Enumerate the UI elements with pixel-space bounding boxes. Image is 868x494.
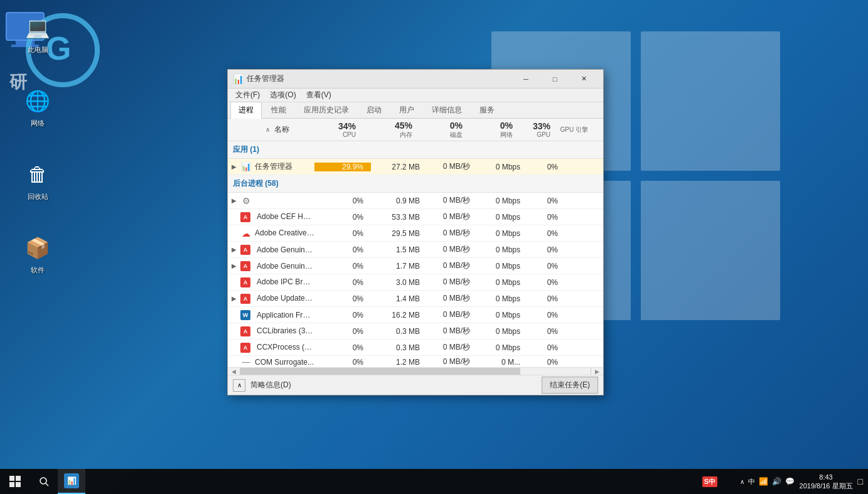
taskbar-item-task-manager[interactable]: 📊 [58, 469, 85, 494]
network-tray-icon[interactable]: 📶 [759, 477, 768, 486]
column-headers: ∧ 名称 34% CPU 45% 内存 0% 磁盘 0% 网络 [228, 119, 603, 141]
maximize-button[interactable]: □ [540, 70, 569, 89]
recycle-bin-label: 回收站 [28, 192, 48, 201]
process-disk: 0 MB/秒 [427, 309, 478, 320]
process-disk: 0 MB/秒 [427, 244, 478, 255]
expand-icon[interactable]: ▶ [228, 295, 240, 302]
table-row[interactable]: A CCLibraries (32 位) 0% 0.3 MB 0 MB/秒 0 … [228, 323, 603, 340]
volume-tray-icon[interactable]: 🔊 [772, 477, 781, 486]
software-icon: 📦 [23, 233, 53, 263]
process-name: Adobe Creative Cloud (32 位) [255, 228, 314, 239]
process-disk: 0 MB/秒 [427, 357, 478, 367]
taskbar-task-manager-icon: 📊 [64, 473, 79, 488]
process-gpu: 0% [528, 278, 565, 287]
process-cpu: 0% [314, 262, 371, 271]
col-gpu-header[interactable]: 33% GPU [520, 121, 558, 138]
tabbar: 进程 性能 应用历史记录 启动 用户 详细信息 服务 [228, 102, 603, 119]
process-icon: A [240, 261, 250, 271]
scroll-right-btn[interactable]: ▶ [591, 368, 603, 375]
table-row[interactable]: ▶ A Adobe Genuine Software Inte... 0% 1.… [228, 242, 603, 258]
process-gpu: 0% [528, 163, 565, 171]
start-button[interactable] [0, 469, 30, 494]
process-gpu: 0% [528, 358, 565, 367]
desktop-icon-software[interactable]: 📦 软件 [13, 233, 63, 275]
sogou-icon: S中 [702, 476, 717, 487]
process-gpu: 0% [528, 311, 565, 319]
process-mem: 1.7 MB [371, 262, 427, 271]
close-button[interactable]: ✕ [569, 70, 598, 89]
process-net: 0 Mbps [478, 327, 528, 336]
menubar: 文件(F) 选项(O) 查看(V) [228, 89, 603, 102]
end-task-button[interactable]: 结束任务(E) [542, 377, 598, 394]
col-net-header[interactable]: 0% 网络 [470, 121, 520, 139]
table-row[interactable]: A CCXProcess (32 位) 0% 0.3 MB 0 MB/秒 0 M… [228, 340, 603, 356]
process-disk: 0 MB/秒 [427, 293, 478, 304]
expand-icon[interactable]: ▶ [228, 262, 240, 269]
collapse-button[interactable]: ∧ [233, 379, 245, 392]
taskbar: 📊 S中 ∧ 中 📶 🔊 💬 8:43 2019/8/16 星期五 □ [0, 469, 868, 494]
network-icon: 🌐 [23, 86, 53, 116]
process-gpu: 0% [528, 245, 565, 254]
notification-icon[interactable]: □ [858, 476, 863, 486]
process-icon: A [240, 326, 250, 336]
table-row[interactable]: ▶ ⚙ 0% 0.9 MB 0 MB/秒 0 Mbps 0% [228, 193, 603, 209]
process-cpu: 0% [314, 213, 371, 222]
process-list[interactable]: 应用 (1) ▶ 📊 任务管理器 29.9% 27.2 MB 0 MB/秒 0 … [228, 141, 603, 367]
col-disk-header[interactable]: 0% 磁盘 [420, 121, 470, 139]
desktop-icon-network[interactable]: 🌐 网络 [13, 86, 63, 128]
col-cpu-header[interactable]: 34% CPU [307, 121, 363, 138]
process-name: 任务管理器 [255, 161, 314, 172]
table-row[interactable]: ▶ A Adobe Update Service (32 位) 0% 1.4 M… [228, 291, 603, 307]
process-mem: 27.2 MB [371, 163, 427, 171]
menu-view[interactable]: 查看(V) [301, 89, 336, 102]
table-row[interactable]: — COM Surrogate... 0% 1.2 MB 0 MB/秒 0 M.… [228, 356, 603, 367]
desktop-icon-recycle-bin[interactable]: 🗑 回收站 [13, 159, 63, 201]
svg-rect-6 [9, 476, 14, 481]
table-row[interactable]: ☁ Adobe Creative Cloud (32 位) 0% 29.5 MB… [228, 225, 603, 242]
table-row[interactable]: ▶ 📊 任务管理器 29.9% 27.2 MB 0 MB/秒 0 Mbps 0% [228, 159, 603, 175]
process-icon: A [240, 212, 250, 222]
titlebar-icon: 📊 [233, 74, 243, 84]
tab-app-history[interactable]: 应用历史记录 [296, 102, 357, 118]
process-icon: A [240, 277, 250, 287]
process-cpu: 0% [314, 327, 371, 336]
desktop-icon-this-pc[interactable]: 💻 此电脑 [13, 13, 63, 55]
chinese-input-icon[interactable]: 中 [748, 477, 755, 486]
taskbar-sogou[interactable]: S中 [702, 476, 717, 487]
tab-startup[interactable]: 启动 [358, 102, 390, 118]
table-row[interactable]: W Application Frame Host 0% 16.2 MB 0 MB… [228, 307, 603, 323]
taskbar-pinned-items: 📊 [58, 469, 85, 494]
brief-info-label[interactable]: 简略信息(D) [250, 380, 291, 390]
titlebar-title: 任务管理器 [247, 73, 512, 84]
table-row[interactable]: ▶ A Adobe Genuine Software Ser... 0% 1.7… [228, 258, 603, 274]
col-mem-header[interactable]: 45% 内存 [363, 121, 420, 139]
taskbar-clock[interactable]: 8:43 2019/8/16 星期五 [800, 473, 853, 491]
process-mem: 1.2 MB [371, 358, 427, 367]
col-gpu-engine-header[interactable]: GPU 引擎 [558, 126, 596, 134]
expand-icon[interactable]: ▶ [228, 197, 240, 204]
menu-options[interactable]: 选项(O) [265, 89, 301, 102]
hscrollbar-thumb[interactable] [240, 368, 520, 375]
table-row[interactable]: A Adobe CEF Helper (32 位) 0% 53.3 MB 0 M… [228, 209, 603, 225]
table-row[interactable]: A Adobe IPC Broker (32 位) 0% 3.0 MB 0 MB… [228, 274, 603, 291]
this-pc-label: 此电脑 [28, 45, 48, 55]
expand-tray-icon[interactable]: ∧ [740, 478, 744, 485]
notification-tray-icon[interactable]: 💬 [785, 477, 795, 486]
menu-file[interactable]: 文件(F) [230, 89, 265, 102]
svg-rect-8 [9, 482, 14, 487]
minimize-button[interactable]: ─ [512, 70, 540, 89]
scroll-left-btn[interactable]: ◀ [228, 368, 240, 375]
tab-users[interactable]: 用户 [391, 102, 422, 118]
tab-services[interactable]: 服务 [471, 102, 503, 118]
expand-icon[interactable]: ▶ [228, 163, 240, 170]
tab-details[interactable]: 详细信息 [424, 102, 470, 118]
horizontal-scrollbar[interactable]: ◀ ▶ [228, 367, 603, 375]
expand-icon[interactable]: ▶ [228, 246, 240, 253]
col-name-header[interactable]: ∧ 名称 [240, 124, 307, 135]
tab-performance[interactable]: 性能 [263, 102, 294, 118]
section-background-title: 后台进程 (58) [233, 178, 279, 189]
taskbar-search-button[interactable] [30, 469, 58, 494]
tab-processes[interactable]: 进程 [230, 102, 262, 119]
process-net: 0 M... [478, 358, 528, 367]
recycle-bin-icon: 🗑 [23, 159, 53, 190]
